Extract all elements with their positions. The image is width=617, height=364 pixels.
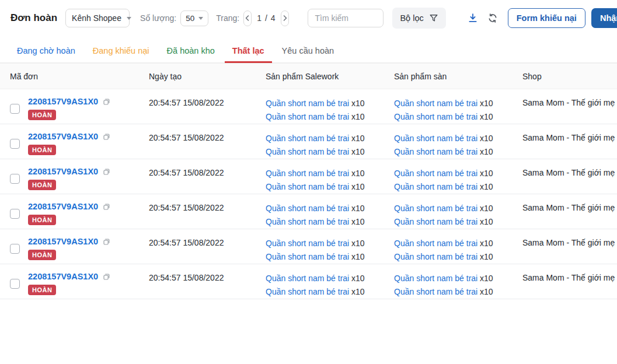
product-qty: x10 [349,252,364,261]
platform-products-cell: Quần short nam bé trai x10Quần short nam… [384,229,513,264]
product-link[interactable]: Quần short nam bé trai [394,274,477,283]
created-at: 20:54:57 15/08/2022 [149,98,224,107]
table-body: 2208157V9AS1X0 HOÀN 20:54:57 15/08/2022 … [0,89,617,299]
tab-dang-khieu-nai[interactable]: Đang khiếu nại [85,46,157,63]
tab-da-hoan-kho[interactable]: Đã hoàn kho [159,46,222,63]
product-line: Quần short nam bé trai x10 [394,180,503,194]
product-link[interactable]: Quần short nam bé trai [266,147,349,156]
created-at: 20:54:57 15/08/2022 [149,203,224,212]
product-link[interactable]: Quần short nam bé trai [266,217,349,226]
row-checkbox[interactable] [10,139,20,149]
prev-page-button[interactable] [243,10,252,26]
product-link[interactable]: Quần short nam bé trai [394,204,477,213]
product-link[interactable]: Quần short nam bé trai [266,287,349,296]
product-qty: x10 [349,274,364,283]
order-code-link[interactable]: 2208157V9AS1X0 [28,132,98,141]
tab-that-lac[interactable]: Thất lạc [225,46,272,63]
table-row: 2208157V9AS1X0 HOÀN 20:54:57 15/08/2022 … [0,159,617,194]
column-header-ma-don: Mã đơn [0,64,139,89]
column-header-san-pham-san: Sản phẩm sàn [384,64,513,89]
product-qty: x10 [349,217,364,226]
order-code-link[interactable]: 2208157V9AS1X0 [28,97,98,106]
receive-return-button[interactable]: Nhận hàng hoàn [591,8,617,28]
product-link[interactable]: Quần short nam bé trai [394,252,477,261]
copy-icon[interactable] [102,202,111,211]
row-checkbox[interactable] [10,104,20,114]
product-link[interactable]: Quần short nam bé trai [394,134,477,143]
column-header-san-pham-salework: Sản phẩm Salework [256,64,384,89]
order-code-link[interactable]: 2208157V9AS1X0 [28,272,98,281]
shop-cell: Sama Mom - Thế giới mẹ và [513,229,617,264]
product-qty: x10 [477,169,493,178]
platform-products-cell: Quần short nam bé trai x10Quần short nam… [384,124,513,159]
product-qty: x10 [477,134,493,143]
download-button[interactable] [468,13,478,23]
filter-button[interactable]: Bộ lọc [392,8,445,29]
product-line: Quần short nam bé trai x10 [394,132,503,145]
status-badge: HOÀN [28,285,56,295]
product-line: Quần short nam bé trai x10 [266,237,374,250]
order-code-link[interactable]: 2208157V9AS1X0 [28,237,98,246]
tab-dang-cho-hoan[interactable]: Đang chờ hoàn [9,46,83,63]
product-link[interactable]: Quần short nam bé trai [394,287,477,296]
table-row: 2208157V9AS1X0 HOÀN 20:54:57 15/08/2022 … [0,124,617,159]
product-link[interactable]: Quần short nam bé trai [266,239,349,248]
next-page-button[interactable] [281,10,289,26]
row-checkbox[interactable] [10,244,20,254]
product-link[interactable]: Quần short nam bé trai [266,112,349,121]
product-link[interactable]: Quần short nam bé trai [266,204,349,213]
orders-table-wrap: Mã đơnNgày tạoSản phẩm SaleworkSản phẩm … [0,63,617,299]
product-link[interactable]: Quần short nam bé trai [266,169,349,178]
channel-select[interactable]: Kênh Shopee [65,9,130,27]
complaint-form-button[interactable]: Form khiếu nại [508,8,585,28]
product-link[interactable]: Quần short nam bé trai [394,112,477,121]
product-qty: x10 [477,252,493,261]
product-qty: x10 [349,112,364,121]
status-badge: HOÀN [28,250,56,260]
product-qty: x10 [349,147,364,156]
product-qty: x10 [477,217,493,226]
copy-icon[interactable] [102,97,111,106]
product-link[interactable]: Quần short nam bé trai [394,169,477,178]
shop-cell: Sama Mom - Thế giới mẹ và [513,89,617,124]
copy-icon[interactable] [102,132,111,141]
row-checkbox[interactable] [10,279,20,289]
product-link[interactable]: Quần short nam bé trai [394,239,477,248]
created-at: 20:54:57 15/08/2022 [149,238,224,247]
copy-icon[interactable] [102,167,111,176]
refresh-button[interactable] [487,13,498,23]
salework-products-cell: Quần short nam bé trai x10Quần short nam… [256,124,384,159]
product-line: Quần short nam bé trai x10 [266,250,374,264]
product-link[interactable]: Quần short nam bé trai [266,182,349,191]
tab-yeu-cau-hoan[interactable]: Yêu cầu hoàn [274,46,342,63]
quantity-select[interactable]: 50 [180,10,208,26]
row-checkbox[interactable] [10,209,20,219]
product-line: Quần short nam bé trai x10 [394,250,503,264]
product-link[interactable]: Quần short nam bé trai [266,134,349,143]
product-link[interactable]: Quần short nam bé trai [266,274,349,283]
product-line: Quần short nam bé trai x10 [266,215,374,229]
product-link[interactable]: Quần short nam bé trai [266,99,349,108]
shop-name: Sama Mom - Thế giới mẹ và [522,168,617,177]
product-link[interactable]: Quần short nam bé trai [394,217,477,226]
row-checkbox[interactable] [10,174,20,184]
order-code-link[interactable]: 2208157V9AS1X0 [28,202,98,211]
product-link[interactable]: Quần short nam bé trai [394,99,477,108]
page-title: Đơn hoàn [11,12,57,24]
product-link[interactable]: Quần short nam bé trai [266,252,349,261]
product-line: Quần short nam bé trai x10 [394,145,503,159]
search-input[interactable] [308,9,384,27]
copy-icon[interactable] [102,272,111,281]
quantity-select-value: 50 [186,14,194,23]
product-link[interactable]: Quần short nam bé trai [394,182,477,191]
product-line: Quần short nam bé trai x10 [394,110,503,124]
salework-products-cell: Quần short nam bé trai x10Quần short nam… [256,89,384,124]
product-line: Quần short nam bé trai x10 [266,145,374,159]
copy-icon[interactable] [102,237,111,246]
order-return-page: Đơn hoàn Kênh Shopee Số lượng: 50 Trang:… [0,0,617,299]
order-code-link[interactable]: 2208157V9AS1X0 [28,167,98,176]
product-link[interactable]: Quần short nam bé trai [394,147,477,156]
product-qty: x10 [349,169,364,178]
product-qty: x10 [477,287,493,296]
created-at-cell: 20:54:57 15/08/2022 [139,89,256,124]
